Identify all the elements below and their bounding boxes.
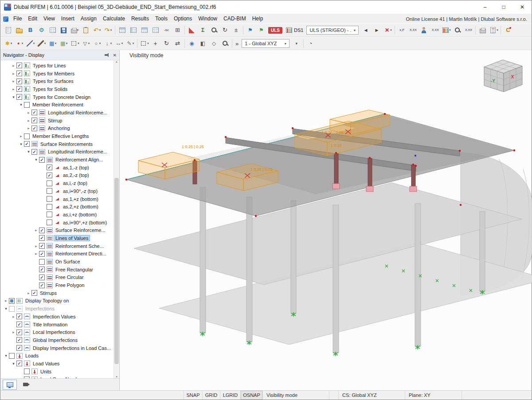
checkbox[interactable]: ✓	[16, 329, 22, 335]
collapse-icon[interactable]: ▾	[26, 149, 31, 154]
redo-icon[interactable]: ↷▾	[102, 25, 113, 35]
max-values-icon[interactable]: X.XX	[430, 25, 441, 35]
chevron-down-icon[interactable]: ▾	[133, 42, 134, 45]
tree-item-types-for-members[interactable]: ▸✓Types for Members	[0, 70, 113, 78]
tree-item-types-for-concrete-design[interactable]: ▾✓Types for Concrete Design	[0, 93, 113, 101]
pin-icon[interactable]	[104, 52, 110, 58]
expand-icon[interactable]: ▸	[11, 71, 16, 76]
design-situation-label[interactable]: DS1	[284, 27, 305, 34]
tree-item-as-1-z-bottom[interactable]: as,1,+z (bottom)	[0, 195, 113, 203]
chevron-down-icon[interactable]: ▾	[22, 42, 23, 45]
rotate-icon[interactable]: ↻	[161, 38, 172, 49]
menu-results[interactable]: Results	[128, 14, 152, 24]
chevron-down-icon[interactable]: ▾	[110, 42, 112, 45]
expand-icon[interactable]: ▸	[33, 244, 39, 248]
new-solid-icon[interactable]: ▦▾	[58, 38, 69, 49]
menu-file[interactable]: File	[10, 14, 25, 24]
expand-icon[interactable]: ▸	[26, 126, 31, 130]
checkbox[interactable]	[47, 188, 52, 194]
toolbar-overflow-chevron[interactable]: »	[234, 40, 240, 47]
model-canvas[interactable]: 1 0.25 | 0.251 0.25 | 0.251 0.25 | 0.251…	[120, 50, 532, 394]
settings-gear-icon[interactable]: ⚙	[36, 25, 47, 35]
scale-icon[interactable]: -sc	[161, 25, 172, 35]
tree-item-longitudinal-reinforceme[interactable]: ▸✓Longitudinal Reinforceme...	[0, 109, 113, 117]
tree-item-free-polygon[interactable]: ✓Free Polygon	[0, 281, 113, 289]
tree-item-global-imperfections[interactable]: ✓Global Imperfections	[0, 336, 113, 344]
tree-item-surface-reinforceme[interactable]: ▸✓Surface Reinforceme...	[0, 226, 113, 234]
tree-item-load-values[interactable]: ▾✓Load Values	[0, 360, 113, 368]
checkbox[interactable]: ✓	[16, 63, 22, 68]
chevron-down-icon[interactable]: ▾	[99, 28, 101, 32]
tree-item-longitudinal-reinforceme[interactable]: ▾✓Longitudinal Reinforceme...	[0, 148, 113, 156]
table-export-icon[interactable]	[150, 25, 161, 35]
save-icon[interactable]	[58, 25, 69, 35]
menu-view[interactable]: View	[40, 14, 58, 24]
tables-icon[interactable]	[117, 25, 128, 35]
plus-minus-icon[interactable]: ±	[231, 25, 242, 35]
print-graphic-icon[interactable]	[477, 25, 488, 35]
checkbox[interactable]: ✓	[31, 149, 37, 155]
chevron-down-icon[interactable]: ▾	[33, 42, 35, 45]
chevron-down-icon[interactable]: ▾	[88, 42, 90, 45]
tree-item-imperfections[interactable]: ▾Imperfections	[0, 305, 113, 313]
chevron-down-icon[interactable]: ▾	[44, 42, 46, 45]
new-load-icon[interactable]: ↓▾	[102, 38, 113, 49]
tree-item-reinforcement-sche[interactable]: ▸✓Reinforcement Sche...	[0, 242, 113, 250]
collapse-icon[interactable]: ▾	[11, 95, 16, 99]
checkbox[interactable]	[9, 306, 15, 312]
previous-loadcase-icon[interactable]: ◀	[360, 25, 371, 35]
tree-item-free-rectangular[interactable]: ✓Free Rectangular	[0, 266, 113, 274]
tree-item-reinforcement-directi[interactable]: ▸✓Reinforcement Directi...	[0, 250, 113, 258]
tree-item-imperfection-values[interactable]: ▸✓Imperfection Values	[0, 313, 113, 321]
bim-icon[interactable]: B	[25, 25, 36, 35]
chevron-down-icon[interactable]: ▾	[390, 28, 392, 32]
open-model-icon[interactable]	[14, 25, 25, 35]
result-values-icon[interactable]: X.XX	[407, 25, 419, 35]
tree-item-stirrups[interactable]: ▸✓Stirrups	[0, 289, 113, 297]
visibility-icon[interactable]: ◉	[186, 38, 197, 49]
tree-item-units[interactable]: Units	[0, 368, 113, 376]
checkbox[interactable]: ✓	[16, 345, 22, 351]
new-node-icon[interactable]: •▾	[14, 38, 25, 49]
checkbox[interactable]: ✓	[47, 173, 52, 178]
new-support-icon[interactable]: ▽▾	[80, 38, 91, 49]
checkbox[interactable]: ✓	[39, 251, 45, 257]
checkbox[interactable]: ✓	[39, 157, 45, 163]
chevron-down-icon[interactable]: ▾	[11, 42, 12, 45]
collapse-icon[interactable]: ▾	[3, 306, 9, 311]
scroll-down-icon[interactable]: ▼	[114, 376, 119, 378]
calculation-params-icon[interactable]	[186, 25, 197, 35]
favorites-icon[interactable]: ✱▾	[3, 38, 14, 49]
checkbox[interactable]: ✓	[16, 361, 22, 366]
expand-icon[interactable]: ▸	[26, 118, 31, 123]
table-print-icon[interactable]	[139, 25, 150, 35]
tree-item-title-information[interactable]: ✓Title Information	[0, 321, 113, 329]
checkbox[interactable]: ✓	[31, 118, 37, 123]
checkbox[interactable]: ✓	[16, 337, 22, 343]
expand-icon[interactable]: ▸	[11, 314, 16, 319]
tree-item-as-2-z-top[interactable]: ✓as,2,-z (top)	[0, 172, 113, 180]
cs-options-icon[interactable]: ▾	[291, 38, 302, 49]
checkbox[interactable]: ✓	[39, 267, 45, 272]
chevron-down-icon[interactable]: ▾	[497, 28, 498, 32]
checkbox[interactable]: ✓	[39, 275, 45, 280]
collapse-icon[interactable]: ▾	[3, 353, 9, 358]
expand-icon[interactable]: ▸	[11, 87, 16, 91]
checkbox[interactable]: ✓	[16, 71, 22, 76]
checkbox[interactable]: ✓	[16, 86, 22, 92]
maximize-button[interactable]: □	[494, 0, 513, 14]
checkbox[interactable]	[9, 298, 15, 304]
close-button[interactable]: ✕	[513, 0, 532, 14]
tree-item-member-reinforcement[interactable]: ▾Member Reinforcement	[0, 101, 113, 109]
delete-results-icon[interactable]: ✕▾	[382, 25, 393, 35]
import-model-icon[interactable]	[3, 25, 14, 35]
dimension-icon[interactable]: ↔▾	[113, 38, 125, 49]
tree-item-types-for-solids[interactable]: ▸✓Types for Solids	[0, 85, 113, 93]
menu-insert[interactable]: Insert	[58, 14, 78, 24]
chevron-down-icon[interactable]: ▾	[99, 42, 101, 45]
calculate-all-icon[interactable]: Σ	[197, 25, 208, 35]
new-hinge-icon[interactable]: ○▾	[91, 38, 102, 49]
new-surface-icon[interactable]: ▦▾	[47, 38, 58, 49]
tree-item-display-imperfections-in-load-cas[interactable]: ✓Display Imperfections in Load Cas...	[0, 344, 113, 352]
next-loadcase-icon[interactable]: ▶	[371, 25, 382, 35]
